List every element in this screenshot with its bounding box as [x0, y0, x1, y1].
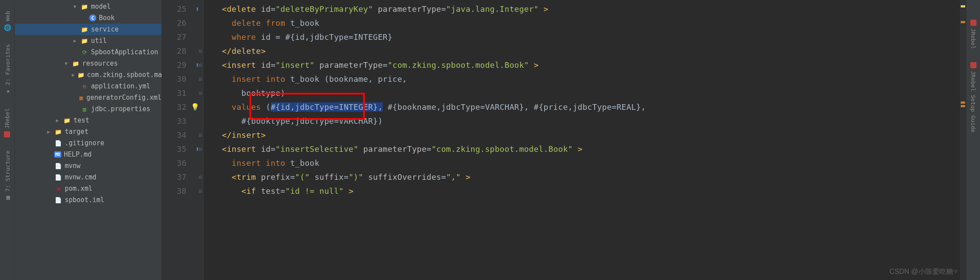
- tree-item[interactable]: CBook: [15, 12, 161, 24]
- override-up-icon[interactable]: ⬆: [195, 2, 200, 16]
- line-number[interactable]: 30⊟: [162, 72, 203, 86]
- toolwindow-jrebel-right[interactable]: JRebel: [968, 13, 978, 56]
- code-line[interactable]: delete from t_book: [212, 16, 960, 30]
- file-icon: 📄: [54, 196, 62, 204]
- code-line[interactable]: </insert>: [212, 128, 960, 142]
- editor-gutter[interactable]: 25⬆262728⊟29⬆⊟30⊟31⊟32💡3334⊟35⬆⊟3637⊟38⊟: [162, 0, 203, 280]
- line-number[interactable]: 33: [162, 114, 203, 128]
- tree-arrow-icon[interactable]: [46, 129, 52, 135]
- line-number[interactable]: 36: [162, 156, 203, 170]
- tree-arrow-icon[interactable]: [72, 72, 75, 78]
- right-toolbar: JRebel JRebel Setup Guide: [966, 0, 980, 280]
- toolwindow-structure-label: 7: Structure: [4, 150, 10, 192]
- toolwindow-structure[interactable]: ▦ 7: Structure: [2, 144, 13, 208]
- code-editor[interactable]: <delete id="deleteByPrimaryKey" paramete…: [203, 0, 960, 280]
- fold-icon[interactable]: ⊟: [197, 132, 203, 138]
- toolwindow-jrebel-label: JRebel: [4, 108, 10, 129]
- toolwindow-jrebel-guide[interactable]: JRebel Setup Guide: [968, 56, 978, 139]
- line-number[interactable]: 32💡: [162, 100, 203, 114]
- fold-icon[interactable]: ⊟: [197, 90, 203, 96]
- tree-item-label: util: [91, 37, 107, 45]
- toolwindow-web-label: Web: [4, 11, 10, 21]
- tree-item[interactable]: 📁util: [15, 35, 161, 46]
- tree-item[interactable]: 📁target: [15, 126, 161, 137]
- tree-item[interactable]: mpom.xml: [15, 183, 161, 194]
- fold-icon[interactable]: ⊟: [197, 188, 203, 194]
- toolwindow-favorites[interactable]: ★ 2: Favorites: [2, 38, 13, 102]
- tree-item-label: model: [91, 3, 111, 10]
- tree-item[interactable]: ⟳SpbootApplication: [15, 46, 161, 58]
- line-number[interactable]: 29⬆⊟: [162, 58, 203, 72]
- tree-item[interactable]: ▦generatorConfig.xml: [15, 92, 161, 103]
- code-line[interactable]: <if test="id != null" >: [212, 184, 960, 198]
- code-line[interactable]: <insert id="insert" parameterType="com.z…: [212, 58, 960, 72]
- code-line[interactable]: #{booktype,jdbcType=VARCHAR}): [212, 114, 960, 128]
- code-line[interactable]: </delete>: [212, 44, 960, 58]
- line-number[interactable]: 26: [162, 16, 203, 30]
- code-line[interactable]: booktype): [212, 86, 960, 100]
- folder-icon: 📁: [77, 71, 84, 79]
- line-number[interactable]: 25⬆: [162, 2, 203, 16]
- stripe-marker[interactable]: [961, 105, 965, 107]
- code-line[interactable]: <delete id="deleteByPrimaryKey" paramete…: [212, 2, 960, 16]
- tree-item[interactable]: ▤application.yml: [15, 80, 161, 92]
- intention-bulb-icon[interactable]: 💡: [191, 100, 200, 114]
- structure-icon: ▦: [4, 194, 11, 201]
- tree-item-label: jdbc.properties: [91, 105, 150, 113]
- tree-item-label: target: [65, 128, 88, 136]
- line-number[interactable]: 37⊟: [162, 170, 203, 184]
- tree-arrow-icon[interactable]: [54, 118, 60, 123]
- jrebel-icon: [970, 62, 976, 68]
- code-line[interactable]: <insert id="insertSelective" parameterTy…: [212, 142, 960, 156]
- tree-item[interactable]: 📁model: [15, 1, 161, 12]
- line-number[interactable]: 31⊟: [162, 86, 203, 100]
- tree-arrow-icon[interactable]: [72, 38, 78, 44]
- file-icon: 📄: [54, 173, 62, 181]
- error-stripe[interactable]: [960, 0, 966, 280]
- file-icon: 📄: [54, 139, 62, 147]
- toolwindow-jrebel[interactable]: JRebel: [2, 102, 12, 144]
- project-tree[interactable]: 📁modelCBook📁service📁util⟳SpbootApplicati…: [15, 0, 162, 280]
- code-line[interactable]: <trim prefix="(" suffix=")" suffixOverri…: [212, 170, 960, 184]
- tree-arrow-icon[interactable]: [63, 61, 69, 66]
- code-line[interactable]: values (#{id,jdbcType=INTEGER}, #{bookna…: [212, 100, 960, 114]
- line-number[interactable]: 27: [162, 30, 203, 44]
- line-number[interactable]: 38⊟: [162, 184, 203, 198]
- tree-item[interactable]: MDHELP.md: [15, 149, 161, 160]
- xml-icon: ▦: [78, 94, 84, 102]
- fold-icon[interactable]: ⊟: [197, 62, 203, 68]
- fold-icon[interactable]: ⊟: [197, 146, 203, 152]
- stripe-marker[interactable]: [961, 5, 965, 7]
- file-icon: 📄: [54, 162, 62, 170]
- tree-item[interactable]: 📁test: [15, 115, 161, 126]
- tree-item[interactable]: 📁com.zking.spboot.mapper: [15, 69, 161, 80]
- tree-item[interactable]: 📄.gitignore: [15, 137, 161, 149]
- tree-item[interactable]: 📁service: [15, 24, 161, 35]
- fold-icon[interactable]: ⊟: [197, 48, 203, 54]
- tree-item-label: resources: [82, 60, 118, 67]
- code-line[interactable]: where id = #{id,jdbcType=INTEGER}: [212, 30, 960, 44]
- tree-item[interactable]: 📄spboot.iml: [15, 194, 161, 206]
- code-line[interactable]: insert into t_book (bookname, price,: [212, 72, 960, 86]
- tree-item[interactable]: 📄mvnw: [15, 160, 161, 172]
- tree-item[interactable]: ▥jdbc.properties: [15, 103, 161, 115]
- stripe-marker[interactable]: [961, 102, 965, 104]
- tree-item[interactable]: 📁resources: [15, 58, 161, 69]
- tree-item-label: service: [91, 25, 119, 33]
- toolwindow-web[interactable]: 🌐 Web: [2, 4, 13, 38]
- fold-icon[interactable]: ⊟: [197, 174, 203, 180]
- toolwindow-jrebel-right-label: JRebel: [970, 28, 976, 49]
- fold-icon[interactable]: ⊟: [197, 76, 203, 82]
- tree-item-label: test: [74, 116, 89, 124]
- folder-icon: 📁: [80, 37, 88, 45]
- line-number[interactable]: 34⊟: [162, 128, 203, 142]
- stripe-marker[interactable]: [961, 21, 965, 23]
- tree-item-label: mvnw.cmd: [65, 173, 96, 181]
- line-number[interactable]: 35⬆⊟: [162, 142, 203, 156]
- tree-item[interactable]: 📄mvnw.cmd: [15, 172, 161, 183]
- code-line[interactable]: insert into t_book: [212, 156, 960, 170]
- line-number[interactable]: 28⊟: [162, 44, 203, 58]
- editor-area: 25⬆262728⊟29⬆⊟30⊟31⊟32💡3334⊟35⬆⊟3637⊟38⊟…: [162, 0, 966, 280]
- tree-arrow-icon[interactable]: [72, 4, 78, 10]
- tree-item-label: application.yml: [91, 82, 150, 90]
